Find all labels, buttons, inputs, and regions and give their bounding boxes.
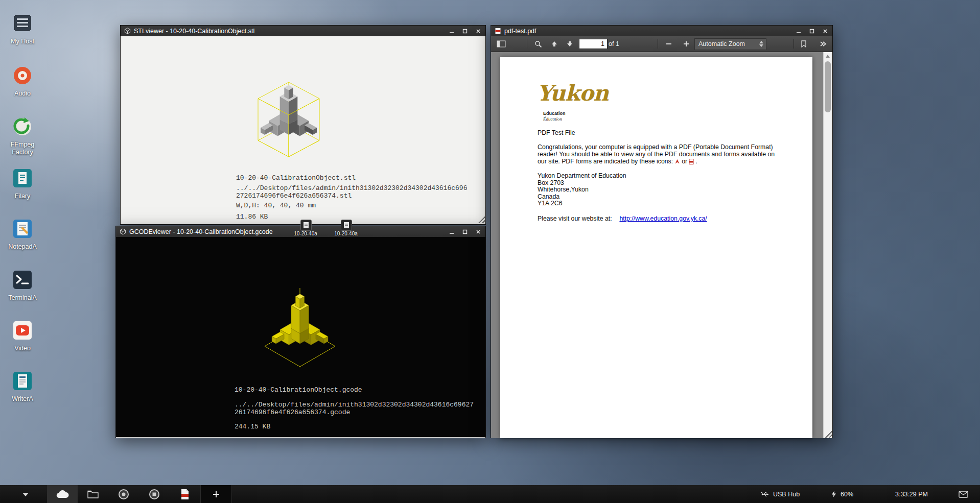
pdf-form-icon	[689, 159, 694, 166]
desktop-icon-writera[interactable]	[11, 370, 34, 392]
stl-3d-render	[250, 77, 327, 159]
taskbar: USB Hub 60% 3:33:29 PM	[0, 485, 980, 503]
desktop-icon-label: Filary	[1, 193, 44, 200]
close-icon[interactable]	[475, 28, 482, 35]
zoom-select[interactable]: Automatic Zoom	[694, 38, 766, 50]
usb-hub-indicator[interactable]: USB Hub	[761, 485, 800, 503]
stlviewer-titlebar[interactable]: STLviewer - 10-20-40-CalibrationObject.s…	[121, 26, 485, 36]
stlviewer-window: STLviewer - 10-20-40-CalibrationObject.s…	[120, 25, 486, 225]
resize-grip[interactable]	[477, 215, 485, 223]
usb-icon	[761, 490, 769, 498]
zoom-select-label: Automatic Zoom	[698, 40, 745, 47]
file-chip-label: 10-20-40a	[323, 231, 369, 236]
bookmark-icon[interactable]	[798, 38, 810, 50]
address-line: Yukon Department of Education	[538, 173, 626, 180]
close-icon[interactable]	[475, 228, 482, 235]
folder-icon	[87, 490, 99, 498]
file-chip-label: 10-20-40a	[283, 231, 329, 236]
notepad-icon	[11, 218, 34, 240]
pdf-scrollbar[interactable]	[823, 52, 832, 438]
scrollbar-thumb[interactable]	[825, 61, 831, 112]
desktop-icon-label: My Host	[1, 38, 44, 45]
address-line: Y1A 2C6	[538, 200, 626, 207]
website-link[interactable]: http://www.education.gov.yk.ca/	[619, 215, 707, 222]
taskbar-add-button[interactable]	[200, 485, 232, 503]
clock[interactable]: 3:33:29 PM	[895, 485, 928, 503]
stl-dimensions: W,D,H: 40, 40, 40 mm	[236, 202, 316, 209]
pdf-website-line: Please visit our website at: http://www.…	[538, 215, 707, 223]
stl-filename: 10-20-40-CalibrationObject.stl	[236, 174, 356, 182]
stl-path-line2: 2726174696f6e4f626a656374.stl	[236, 192, 352, 200]
maximize-icon[interactable]	[461, 228, 469, 235]
desktop-icon-label: Audio	[1, 90, 44, 98]
battery-indicator[interactable]: 60%	[831, 485, 853, 503]
envelope-icon	[959, 491, 968, 498]
page-down-icon[interactable]	[564, 38, 576, 50]
app-circle-icon	[149, 489, 160, 500]
logo-subtitle-fr: Éducation	[543, 116, 562, 122]
file-chip-1[interactable]	[300, 220, 312, 231]
clock-label: 3:33:29 PM	[895, 491, 928, 498]
maximize-icon[interactable]	[808, 28, 815, 35]
taskbar-gcodeviewer-button[interactable]	[139, 485, 170, 503]
gcode-3d-render	[262, 286, 338, 373]
pdf-paragraph: Congratulations, your computer is equipp…	[538, 144, 775, 166]
taskbar-files-button[interactable]	[78, 485, 108, 503]
gcode-viewport[interactable]: 10-20-40-CalibrationObject.gcode ../../D…	[116, 237, 485, 437]
file-chip-2[interactable]	[341, 220, 352, 231]
taskbar-cloud-button[interactable]	[47, 485, 78, 503]
page-number-input[interactable]	[579, 39, 608, 49]
zoom-in-icon[interactable]	[680, 38, 692, 50]
gcode-filename: 10-20-40-CalibrationObject.gcode	[235, 386, 362, 394]
desktop-icon-filary[interactable]	[11, 167, 34, 189]
desktop-icon-audio[interactable]	[11, 64, 34, 87]
logo-subtitle-en: Education	[543, 111, 566, 116]
desktop-icon-terminala[interactable]	[11, 269, 34, 291]
maximize-icon[interactable]	[461, 28, 469, 35]
pdf-content-area: Yukon Education Éducation PDF Test File …	[491, 52, 832, 438]
page-up-icon[interactable]	[548, 38, 561, 50]
search-icon[interactable]	[532, 38, 544, 50]
minimize-icon[interactable]	[795, 28, 802, 35]
pdf-address-block: Yukon Department of Education Box 2703 W…	[538, 173, 626, 207]
desktop-icon-ffmpeg-factory[interactable]	[11, 115, 34, 138]
caret-down-icon[interactable]	[22, 493, 29, 496]
filary-icon	[11, 167, 34, 189]
battery-label: 60%	[841, 491, 853, 498]
stl-path-line1: ../../Desktop/files/admin/inith31302d323…	[236, 184, 467, 192]
scroll-up-icon[interactable]	[826, 55, 830, 58]
plus-icon	[212, 490, 220, 498]
app-circle-icon	[118, 489, 129, 500]
desktop-icon-label: WriterA	[1, 395, 44, 403]
host-icon	[11, 12, 34, 35]
pdf-app-icon	[495, 28, 501, 35]
dropdown-arrows-icon	[759, 41, 763, 47]
cloud-icon	[55, 490, 69, 499]
desktop-icon-notepada[interactable]	[11, 218, 34, 240]
zoom-out-icon[interactable]	[663, 38, 675, 50]
minimize-icon[interactable]	[448, 228, 455, 235]
double-chevron-icon[interactable]	[817, 38, 829, 50]
mail-indicator[interactable]	[959, 485, 968, 503]
taskbar-stlviewer-button[interactable]	[108, 485, 139, 503]
usb-hub-label: USB Hub	[773, 491, 800, 498]
taskbar-pdf-button[interactable]	[170, 485, 200, 503]
close-icon[interactable]	[822, 28, 829, 35]
desktop-icon-my-host[interactable]	[11, 12, 34, 35]
gcode-path-line1: ../../Desktop/files/admin/inith31302d323…	[235, 401, 474, 409]
sidebar-toggle-icon[interactable]	[495, 38, 507, 50]
pdf-titlebar[interactable]: pdf-test.pdf	[491, 26, 832, 36]
desktop-icon-label: NotepadA	[1, 243, 44, 251]
desktop-icon-video[interactable]	[11, 319, 34, 342]
address-line: Whitehorse,Yukon	[538, 186, 626, 194]
paragraph-line: our site. PDF forms are indicated by the…	[538, 158, 775, 166]
yukon-logo: Yukon	[537, 83, 609, 104]
window-title: pdf-test.pdf	[504, 28, 536, 35]
stl-viewport[interactable]: 10-20-40-CalibrationObject.stl ../../Des…	[121, 36, 485, 224]
desktop-icon-label: TerminalA	[1, 294, 44, 302]
desktop-icon-label: FFmpeg Factory	[1, 141, 44, 156]
minimize-icon[interactable]	[448, 28, 455, 35]
ffmpeg-icon	[11, 115, 34, 138]
gcodeviewer-window: GCODEviewer - 10-20-40-CalibrationObject…	[115, 226, 486, 438]
stl-app-icon	[124, 28, 131, 34]
